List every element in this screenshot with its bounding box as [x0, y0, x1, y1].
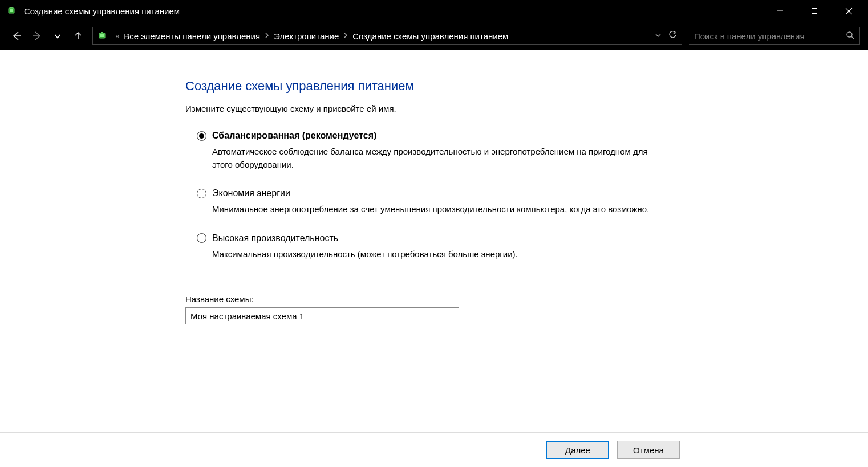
radio-description: Минимальное энергопотребление за счет ум…	[212, 203, 663, 216]
back-button[interactable]	[8, 27, 25, 44]
radio-description: Максимальная производительность (может п…	[212, 248, 663, 261]
search-box[interactable]	[689, 27, 860, 45]
search-input[interactable]	[694, 31, 842, 41]
divider	[185, 278, 682, 278]
svg-rect-2	[10, 9, 13, 12]
close-button[interactable]	[832, 0, 866, 22]
svg-rect-1	[10, 7, 13, 8]
chevron-right-icon	[265, 33, 269, 39]
radio-description: Автоматическое соблюдение баланса между …	[212, 145, 663, 171]
radio-button-icon[interactable]	[197, 131, 206, 141]
recent-locations-button[interactable]	[49, 27, 66, 44]
radio-option-high-performance[interactable]: Высокая производительность Максимальная …	[197, 233, 682, 261]
breadcrumb-item-create-plan[interactable]: Создание схемы управления питанием	[350, 31, 510, 41]
breadcrumb-item-all-elements[interactable]: Все элементы панели управления	[121, 31, 262, 41]
page-subheading: Измените существующую схему и присвойте …	[185, 104, 682, 113]
svg-rect-4	[812, 9, 817, 14]
breadcrumb-chevrons-back[interactable]: «	[116, 33, 119, 39]
content-area: Создание схемы управления питанием Измен…	[0, 50, 868, 467]
svg-rect-11	[100, 34, 104, 37]
radio-label: Экономия энергии	[212, 188, 290, 198]
svg-line-13	[851, 36, 854, 39]
plan-name-label: Название схемы:	[185, 294, 682, 304]
up-button[interactable]	[70, 27, 87, 44]
radio-button-icon[interactable]	[197, 233, 206, 243]
radio-label: Высокая производительность	[212, 233, 338, 243]
maximize-button[interactable]	[797, 0, 832, 22]
radio-option-power-saver[interactable]: Экономия энергии Минимальное энергопотре…	[197, 188, 682, 216]
breadcrumb-item-power-options[interactable]: Электропитание	[271, 31, 341, 41]
cancel-button[interactable]: Отмена	[617, 441, 680, 459]
radio-button-icon[interactable]	[197, 189, 206, 198]
window-title: Создание схемы управления питанием	[24, 6, 763, 16]
window-controls	[763, 0, 866, 22]
minimize-button[interactable]	[763, 0, 797, 22]
page-heading: Создание схемы управления питанием	[185, 79, 682, 94]
radio-option-balanced[interactable]: Сбалансированная (рекомендуется) Автомат…	[197, 131, 682, 171]
chevron-right-icon	[343, 33, 348, 39]
svg-point-12	[847, 32, 852, 37]
footer: Далее Отмена	[0, 432, 868, 467]
battery-icon	[98, 30, 109, 42]
address-bar[interactable]: « Все элементы панели управления Электро…	[92, 27, 682, 45]
battery-icon	[7, 5, 18, 17]
radio-label: Сбалансированная (рекомендуется)	[212, 131, 376, 141]
forward-button[interactable]	[29, 27, 46, 44]
navbar: « Все элементы панели управления Электро…	[0, 22, 868, 50]
refresh-icon[interactable]	[668, 31, 677, 41]
search-icon[interactable]	[846, 31, 855, 42]
power-plan-radio-group: Сбалансированная (рекомендуется) Автомат…	[197, 131, 682, 261]
plan-name-input[interactable]	[185, 307, 459, 324]
svg-rect-10	[101, 32, 103, 33]
chevron-down-icon[interactable]	[655, 31, 662, 40]
titlebar: Создание схемы управления питанием	[0, 0, 868, 22]
next-button[interactable]: Далее	[546, 441, 609, 459]
